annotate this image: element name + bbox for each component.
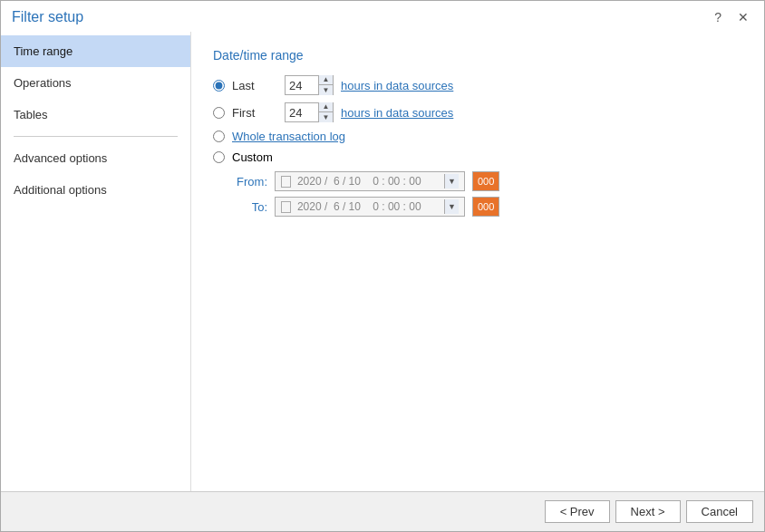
radio-last-label[interactable]: Last: [232, 79, 277, 92]
first-spinner-up[interactable]: ▲: [319, 102, 333, 112]
to-dropdown-btn[interactable]: ▼: [444, 199, 459, 214]
help-button[interactable]: ?: [710, 8, 726, 26]
filter-setup-dialog: Filter setup ? ✕ Time range Operations T…: [0, 0, 765, 532]
sidebar-item-operations[interactable]: Operations: [1, 67, 190, 99]
first-spinner-down[interactable]: ▼: [319, 112, 333, 122]
first-spinner[interactable]: ▲ ▼: [285, 102, 334, 122]
main-panel: Date/time range Last ▲ ▼ hours in data s…: [191, 32, 764, 491]
section-title: Date/time range: [213, 48, 742, 63]
last-spinner-up[interactable]: ▲: [319, 75, 333, 85]
radio-last[interactable]: [213, 80, 225, 92]
from-checkbox-icon[interactable]: [281, 176, 291, 188]
to-row: To: ▼ 000: [229, 197, 742, 217]
to-ms-box[interactable]: 000: [472, 197, 499, 217]
from-label: From:: [229, 175, 267, 189]
first-hours-label[interactable]: hours in data sources: [341, 106, 453, 120]
to-checkbox-icon[interactable]: [281, 201, 291, 213]
from-dropdown-btn[interactable]: ▼: [444, 174, 459, 189]
last-spinner-down[interactable]: ▼: [319, 85, 333, 95]
last-value-input[interactable]: [286, 78, 318, 93]
cancel-button[interactable]: Cancel: [686, 500, 753, 523]
next-button[interactable]: Next >: [615, 500, 681, 523]
radio-custom[interactable]: [213, 151, 225, 163]
close-button[interactable]: ✕: [733, 8, 753, 26]
radio-row-whole: Whole transaction log: [213, 130, 742, 143]
from-row: From: ▼ 000: [229, 171, 742, 191]
last-hours-label[interactable]: hours in data sources: [341, 79, 453, 92]
radio-row-last: Last ▲ ▼ hours in data sources: [213, 75, 742, 95]
radio-row-custom: Custom: [213, 150, 742, 164]
prev-button[interactable]: < Prev: [545, 500, 610, 523]
content-area: Time range Operations Tables Advanced op…: [1, 32, 764, 491]
radio-whole[interactable]: [213, 131, 225, 142]
title-bar-icons: ? ✕: [710, 8, 753, 26]
from-ms-box[interactable]: 000: [472, 171, 499, 191]
from-datetime-box[interactable]: ▼: [275, 171, 465, 191]
radio-row-first: First ▲ ▼ hours in data sources: [213, 102, 742, 122]
first-value-input[interactable]: [286, 105, 318, 121]
sidebar-divider: [14, 136, 178, 137]
dialog-title: Filter setup: [12, 9, 83, 25]
first-spinner-btns: ▲ ▼: [318, 102, 333, 122]
radio-first-label[interactable]: First: [232, 106, 277, 120]
radio-whole-label[interactable]: Whole transaction log: [232, 130, 345, 143]
sidebar-item-additional-options[interactable]: Additional options: [1, 174, 190, 206]
from-datetime-input[interactable]: [297, 175, 441, 188]
sidebar: Time range Operations Tables Advanced op…: [1, 32, 191, 491]
custom-fields: From: ▼ 000 To: ▼ 000: [229, 171, 742, 217]
last-spinner-btns: ▲ ▼: [318, 75, 333, 95]
sidebar-item-advanced-options[interactable]: Advanced options: [1, 142, 190, 174]
footer-bar: < Prev Next > Cancel: [1, 491, 764, 531]
sidebar-item-tables[interactable]: Tables: [1, 99, 190, 131]
radio-custom-label[interactable]: Custom: [232, 150, 273, 164]
to-label: To:: [229, 200, 267, 214]
to-datetime-input[interactable]: [297, 200, 441, 213]
sidebar-item-time-range[interactable]: Time range: [1, 35, 190, 67]
radio-first[interactable]: [213, 107, 225, 119]
to-datetime-box[interactable]: ▼: [275, 197, 465, 217]
last-spinner[interactable]: ▲ ▼: [285, 75, 334, 95]
title-bar: Filter setup ? ✕: [1, 1, 764, 32]
